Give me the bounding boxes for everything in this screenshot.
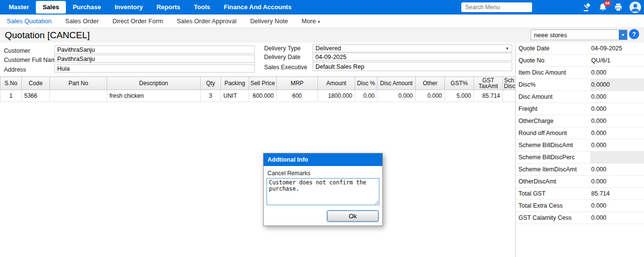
cancel-remarks-label: Cancel Remarks	[267, 170, 379, 177]
subnav-more-label: More	[301, 17, 316, 25]
summary-value[interactable]: 0.000	[590, 103, 644, 115]
cell-amount: 1800.000	[318, 90, 355, 102]
store-selector[interactable]: neee stores ▾	[531, 30, 628, 40]
summary-row-total-gst: Total GST 85.714	[516, 188, 644, 200]
summary-value[interactable]: 0.000	[590, 127, 644, 139]
summary-label: Item Disc Amount	[518, 67, 590, 78]
cell-gst-taxamt: 85.714	[474, 90, 503, 102]
additional-info-dialog: Addtional Info Cancel Remarks Customer d…	[263, 153, 383, 226]
delivery-type-value: Delivered	[315, 45, 506, 52]
summary-row-scheme-billdiscperc: Scheme BillDiscPerc	[516, 151, 644, 164]
summary-value[interactable]: QU/6/1	[590, 55, 644, 66]
cell-packing: UNIT	[221, 90, 249, 102]
summary-value[interactable]: 0.000	[590, 200, 644, 212]
chevron-down-icon: ▾	[318, 19, 320, 24]
col-gst-taxamt: GST TaxAmt	[474, 77, 503, 90]
summary-value[interactable]: 85.714	[590, 188, 644, 199]
subnav-sales-order-approval[interactable]: Sales Order Approval	[170, 17, 244, 25]
summary-row-gst-calamity-cess: GST Calamity Cess 0.000	[516, 212, 644, 224]
help-icon[interactable]: ?	[629, 29, 639, 39]
cell-disc-pct: 0.00	[355, 90, 377, 102]
table-row[interactable]: 1 5366 fresh chicken 3 UNIT 600.000 600 …	[0, 90, 516, 102]
nav-sales[interactable]: Sales	[36, 1, 66, 14]
col-gst-pct: GST%	[445, 77, 474, 90]
summary-value[interactable]: 0.0000	[590, 79, 644, 91]
notification-bell-icon[interactable]: 68	[598, 3, 607, 12]
nav-inventory[interactable]: Inventory	[108, 0, 150, 15]
summary-label: Freight	[518, 103, 590, 115]
summary-value[interactable]: 04-09-2025	[590, 43, 644, 54]
delivery-date-label: Delivery Date	[264, 54, 300, 60]
subnav-sales-quotation[interactable]: Sales Quotation	[0, 17, 59, 25]
summary-value[interactable]: 0.000	[590, 91, 644, 103]
summary-value[interactable]: 0.000	[590, 164, 644, 175]
summary-row-item-disc-amount: Item Disc Amount 0.000	[516, 67, 644, 79]
customer-full-name-label: Customer Full Name	[4, 57, 60, 63]
chevron-down-icon: ▾	[506, 46, 509, 51]
cell-sno: 1	[0, 90, 22, 102]
ok-button[interactable]: Ok	[327, 211, 378, 222]
delivery-type-label: Delivery Type	[264, 45, 301, 52]
nav-purchase[interactable]: Purchase	[66, 0, 108, 15]
main-menu: Master Sales Purchase Inventory Reports …	[0, 0, 298, 15]
line-items-table: S.No Code Part No Description Qty Packin…	[0, 76, 515, 102]
col-amount: Amount	[318, 77, 355, 90]
cell-mrp: 600	[277, 90, 318, 102]
subnav-more[interactable]: More▾	[295, 17, 327, 25]
summary-value[interactable]: 0.000	[590, 212, 644, 224]
cancel-remarks-textarea[interactable]: Customer does not confirm the purchase.	[267, 178, 379, 205]
cell-sch-disc	[503, 90, 516, 102]
summary-label: Disc Amount	[518, 91, 590, 103]
nav-reports[interactable]: Reports	[150, 0, 187, 15]
summary-label: OtherDiscAmt	[518, 176, 590, 187]
avatar[interactable]	[629, 1, 641, 13]
summary-row-disc-pct: Disc% 0.0000	[516, 79, 644, 91]
summary-label: GST Calamity Cess	[518, 212, 590, 224]
summary-value[interactable]	[590, 151, 644, 163]
summary-row-total-extra-cess: Total Extra Cess 0.000	[516, 200, 644, 212]
col-part-no: Part No	[50, 77, 107, 90]
search-input[interactable]	[461, 2, 532, 12]
address-label: Address	[4, 66, 26, 73]
summary-value[interactable]: 0.000	[590, 115, 644, 127]
topnav-actions: 68	[583, 0, 641, 15]
nav-finance-and-accounts[interactable]: Finance And Accounts	[217, 0, 298, 15]
subnav-delivery-note[interactable]: Delivery Note	[243, 17, 295, 25]
nav-tools[interactable]: Tools	[187, 0, 217, 15]
summary-value[interactable]: 0.000	[590, 139, 644, 151]
summary-row-otherdiscamt: OtherDiscAmt 0.000	[516, 176, 644, 188]
delivery-date-input[interactable]	[313, 53, 512, 61]
address-input[interactable]	[54, 64, 255, 73]
summary-label: Scheme ItemDiscAmt	[518, 164, 590, 175]
cell-description: fresh chicken	[107, 90, 201, 102]
subnav-sales-order[interactable]: Sales Order	[59, 17, 106, 25]
summary-label: OtherCharge	[518, 115, 590, 127]
customer-input[interactable]	[54, 45, 255, 54]
cell-other: 0.000	[416, 90, 445, 102]
summary-row-round-off: Round off Amount 0.000	[516, 127, 644, 139]
col-mrp: MRP	[277, 77, 318, 90]
summary-label: Total GST	[518, 188, 590, 199]
printer-icon[interactable]	[614, 3, 623, 12]
delivery-type-select[interactable]: Delivered ▾	[313, 44, 512, 52]
gavel-icon[interactable]	[583, 3, 592, 12]
summary-label: Total Extra Cess	[518, 200, 590, 212]
summary-value[interactable]: 0.000	[590, 176, 644, 187]
summary-value[interactable]: 0.000	[590, 67, 644, 78]
summary-label: Scheme BillDiscPerc	[518, 151, 590, 163]
quote-summary-panel: Quote Date 04-09-2025 Quote No QU/6/1 It…	[515, 43, 644, 257]
summary-row-quote-no: Quote No QU/6/1	[516, 55, 644, 67]
summary-label: Quote No	[518, 55, 590, 66]
summary-row-scheme-itemdiscamt: Scheme ItemDiscAmt 0.000	[516, 164, 644, 176]
chevron-down-icon[interactable]: ▾	[619, 30, 627, 40]
subnav-direct-order-form[interactable]: Direct Order Form	[106, 17, 170, 25]
nav-master[interactable]: Master	[2, 0, 36, 15]
col-packing: Packing	[221, 77, 249, 90]
table-header-row: S.No Code Part No Description Qty Packin…	[0, 77, 516, 90]
sales-executive-input[interactable]	[313, 62, 512, 71]
summary-row-other-charge: OtherCharge 0.000	[516, 115, 644, 127]
dialog-title: Addtional Info	[264, 153, 382, 166]
summary-row-quote-date: Quote Date 04-09-2025	[516, 43, 644, 55]
customer-full-name-input[interactable]	[54, 55, 255, 63]
dialog-body: Cancel Remarks Customer does not confirm…	[264, 166, 382, 226]
